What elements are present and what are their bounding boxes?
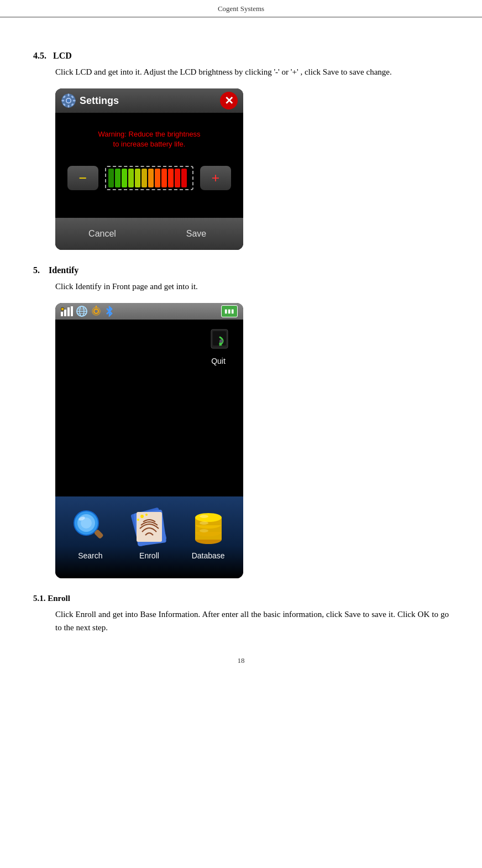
section-5-body: Click Identify in Front page and get int…: [55, 280, 449, 293]
lcd-cancel-button[interactable]: Cancel: [55, 218, 149, 250]
svg-rect-2: [68, 93, 70, 96]
svg-point-21: [94, 309, 98, 313]
status-icons: [61, 306, 114, 317]
section-5-1-title: Enroll: [48, 594, 70, 603]
identify-main: Quit: [55, 320, 243, 496]
svg-rect-13: [67, 307, 70, 316]
section-5-1: 5.1. Enroll Click Enroll and get into Ba…: [33, 594, 449, 634]
section-4-5-title: LCD: [53, 51, 72, 60]
identify-screenshot-container: ▮▮▮: [55, 303, 449, 578]
identify-bottom: Search: [55, 496, 243, 578]
search-icon: [71, 508, 109, 546]
brightness-control: −: [66, 166, 232, 190]
section-5-1-number: 5.1.: [33, 594, 46, 603]
svg-point-10: [67, 98, 71, 102]
lcd-save-button[interactable]: Save: [149, 218, 243, 250]
lcd-close-button[interactable]: ✕: [220, 92, 238, 109]
bluetooth-icon: [105, 306, 114, 317]
section-5-title: Identify: [49, 265, 78, 275]
lcd-middle: Warning: Reduce the brightnessto increas…: [55, 113, 243, 218]
gear-icon: [61, 93, 76, 108]
svg-rect-14: [71, 306, 73, 316]
identify-status-bar: ▮▮▮: [55, 303, 243, 320]
globe-icon: [76, 306, 87, 317]
enroll-label: Enroll: [124, 550, 174, 562]
lcd-screenshot-container: Settings ✕ Warning: Reduce the brightnes…: [55, 88, 449, 250]
database-label: Database: [184, 550, 233, 562]
battery-icon: ▮▮▮: [221, 305, 238, 317]
minus-button[interactable]: −: [67, 166, 98, 190]
svg-rect-35: [137, 512, 162, 542]
identify-enroll-item: Enroll: [124, 508, 174, 562]
identify-search-item: Search: [65, 508, 115, 562]
lcd-warning-text: Warning: Reduce the brightnessto increas…: [66, 129, 232, 149]
quit-icon: [205, 325, 232, 353]
svg-point-46: [195, 513, 222, 522]
section-5-number: 5.: [33, 265, 40, 275]
svg-point-36: [140, 515, 144, 518]
svg-rect-12: [64, 310, 66, 316]
page-footer: 18: [33, 656, 449, 665]
svg-point-37: [145, 514, 148, 516]
svg-rect-11: [61, 312, 63, 316]
svg-point-15: [61, 307, 64, 311]
section-4-5-body: Click LCD and get into it. Adjust the LC…: [55, 65, 449, 79]
lcd-bottom-bar: Cancel Save: [55, 218, 243, 250]
svg-point-47: [200, 515, 208, 518]
section-4-5: 4.5. LCD Click LCD and get into it. Adju…: [33, 51, 449, 250]
antenna-icon: [91, 306, 102, 317]
quit-area: Quit: [205, 325, 232, 367]
lcd-top-bar: Settings ✕: [55, 88, 243, 113]
page-number: 18: [238, 656, 245, 665]
lcd-settings-text: Settings: [80, 93, 119, 109]
page-header: Cogent Systems: [0, 0, 482, 17]
svg-point-49: [200, 529, 208, 532]
section-4-5-number: 4.5.: [33, 51, 46, 60]
enroll-icon: [130, 508, 169, 546]
identify-screen: ▮▮▮: [55, 303, 243, 578]
svg-point-38: [137, 519, 139, 521]
brightness-bar: [105, 166, 193, 190]
lcd-screen: Settings ✕ Warning: Reduce the brightnes…: [55, 88, 243, 250]
svg-rect-4: [61, 100, 64, 102]
search-label: Search: [65, 550, 115, 562]
svg-point-27: [219, 339, 223, 343]
svg-point-48: [200, 521, 208, 525]
section-5: 5. Identify Click Identify in Front page…: [33, 265, 449, 578]
database-icon: [189, 508, 228, 546]
section-5-1-body: Click Enroll and get into Base Informati…: [55, 608, 449, 634]
svg-rect-5: [73, 100, 76, 102]
signal-icon: [61, 306, 73, 316]
identify-database-item: Database: [184, 508, 233, 562]
plus-button[interactable]: +: [200, 166, 231, 190]
quit-label: Quit: [205, 355, 232, 367]
svg-rect-3: [68, 105, 70, 108]
lcd-settings-label: Settings: [61, 93, 119, 109]
